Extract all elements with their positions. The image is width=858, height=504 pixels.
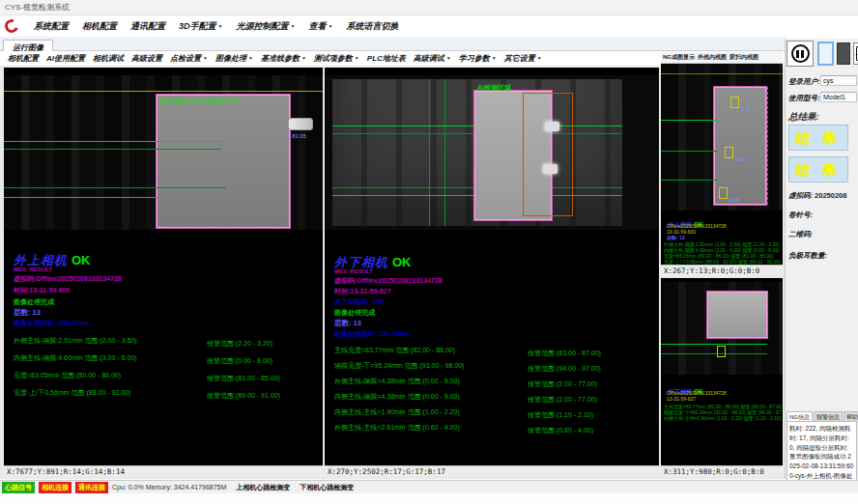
tab-ng-image[interactable]: NG成图显示 [663,53,695,62]
vcode-value: 20250208 [815,191,846,200]
tool-other-label: 其它设置 [504,54,535,63]
left-camera-image[interactable]: 固定阈值:93, 动态阈值:100 83.05 [4,75,323,230]
time-line: 13-31-59-627 [667,396,696,402]
operator-mode-button[interactable] [837,42,850,65]
defect-marker-box [730,97,739,108]
overlay-green-line [661,120,717,121]
ng-top-image[interactable]: 2.91 4.60 0.56 [661,64,783,210]
tool-learning-params[interactable]: 学习参数▼ [455,53,500,64]
result-box-upper: 结 果 [788,125,848,151]
menu-light-config[interactable]: 光源控制配置▼ [229,20,301,33]
marker-label: 4.60 [735,156,745,162]
vcode-label-text: 虚拟码: [788,191,813,200]
alarm-text: 报警范围:(2.20 - 3.20) [207,339,272,349]
menu-language-switch[interactable]: 系统语言切换 [339,20,405,33]
lower-camera-heartbeat-text: 下相机心跳检测变 [300,483,354,492]
left-camera-panel: 固定阈值:93, 动态阈值:100 83.05 外上相机OK MES_RESUL… [4,68,323,477]
ai-detect-rect [523,93,573,216]
mes-line: MES_RESULT [14,266,52,272]
tool-testitem-params[interactable]: 测试项参数▼ [310,53,363,64]
model-value[interactable]: Model1 [820,92,857,102]
toolbar: 相机配置 AI使用配置 相机调试 高级设置 点检设置▼ 图像处理▼ 基准线参数▼… [0,51,661,67]
dropdown-arrow-icon: ▼ [446,55,451,61]
exit-button[interactable]: → [853,42,858,65]
comm-connection-badge: 通讯连接 [75,482,108,493]
ng-bottom-image[interactable] [661,282,783,375]
tool-spotcheck-settings[interactable]: 点检设置▼ [166,53,212,64]
camera-name: 外下相机 [334,255,388,269]
measure-row: 外侧主线-隔膜:2.91mm 范围:(2.00 - 3.50)报警范围:(2.2… [14,332,320,350]
middle-camera-panel: AI检测区域 外下相机OK MES_RESULT 虚拟码:Offline2025… [325,68,659,477]
ok-badge: OK [392,255,412,269]
overlay-green-line [661,180,717,181]
tab-glue-residual[interactable]: 胶扫内残图 [729,53,758,62]
alarm-text: 报警范围:(89.00 - 91.00) [207,391,280,401]
ng-bottom-pixel-status: X:311;Y:980;R:0;G:0;B:0 [661,465,783,477]
mes-line: MES_RESULT [334,268,373,274]
overlay-yellow-line [4,91,323,92]
dropdown-arrow-icon: ▼ [290,23,295,29]
measure-row: 外侧主线-主线=2.61mm 范围:(0.60 - 4.00)报警范围:(0.6… [334,419,655,436]
overlay-yellow-line [661,73,783,74]
overlay-green-line [661,353,767,354]
menu-comm-config[interactable]: 通讯配置 [124,20,172,33]
camera-connection-badge: 相机连接 [39,482,72,493]
tool-other-settings[interactable]: 其它设置▼ [500,53,546,64]
dropdown-arrow-icon: ▼ [537,55,542,61]
ok-badge: OK [72,253,91,267]
tool-camera-debug[interactable]: 相机调试 [89,53,128,64]
menu-view-label: 查看 [308,21,326,31]
tool-image-processing-label: 图像处理 [215,54,246,63]
middle-camera-image[interactable]: AI检测区域 [325,75,659,230]
ai-region-label: AI检测区域 [477,83,511,93]
measure-text: 内侧主线-主线=1.90mm 范围:(1.00 - 2.20) [334,407,528,417]
menu-view[interactable]: 查看▼ [301,20,339,33]
overlay-green-line [661,344,767,345]
time-line: 时间:13-31-59-600 [14,286,70,295]
tab-outer-residual[interactable]: 外残内残图 [698,53,727,62]
tool-ai-config[interactable]: AI使用配置 [43,53,89,64]
login-user-value[interactable]: cys [820,75,857,86]
menu-bar: 系统配置 相机配置 通讯配置 3D手配置▼ 光源控制配置▼ 查看▼ 系统语言切换 [0,15,858,37]
alarm-text: 报警范围:(81.00 - 85.00) [207,374,280,383]
left-pixel-status: X:7677;Y:891;R:14;G:14;B:14 [4,465,323,477]
menu-camera-config[interactable]: 相机配置 [75,20,124,33]
dropdown-arrow-icon: ▼ [355,55,359,61]
overlay-blue-dashline [767,87,768,205]
measure-text: 主线宽度=83.77mm 范围:(82.00 - 88.00) [334,346,528,355]
tool-advanced-settings[interactable]: 高级设置 [128,53,166,64]
tool-advdebug-label: 高级调试 [414,54,444,63]
threshold-overlay-text: 固定阈值:93, 动态阈值:100 [157,96,289,107]
bright-tab-blob [543,164,558,174]
defect-marker-box [719,187,728,199]
measure-text: 宽度-上/下0.56mm 范围:(88.00 - 92.00) [14,388,207,398]
tool-advanced-debug[interactable]: 高级调试▼ [410,53,455,64]
tool-image-processing[interactable]: 图像处理▼ [212,53,257,64]
tool-baseline-params[interactable]: 基准线参数▼ [257,53,310,64]
user-mode-button[interactable] [817,42,834,66]
cell-region: 固定阈值:93, 动态阈值:100 [157,95,290,228]
menu-system-config[interactable]: 系统配置 [27,20,75,33]
model-label: 使用型号: [788,94,820,103]
vcode-label: 虚拟码: 20250208 [788,191,846,201]
overlay-green-line [4,197,226,198]
tool-testitem-label: 测试项参数 [314,54,353,63]
dropdown-arrow-icon: ▼ [328,23,332,29]
overlay-green-line [4,149,221,150]
status-bar: 心跳信号 相机连接 通讯连接 Cpu: 0.0% Memory: 3424.41… [0,480,858,493]
ng-view-bottom-panel: 外下相机OK Offline20250208133134728 13-31-59… [661,278,783,477]
menu-light-config-label: 光源控制配置 [236,21,288,31]
tool-spotcheck-label: 点检设置 [170,54,201,63]
menu-3d-config[interactable]: 3D手配置▼ [172,20,229,33]
dropdown-arrow-icon: ▼ [203,55,208,61]
tool-plc-table[interactable]: PLC地址表 [363,53,410,64]
overlay-green-vline [429,79,430,226]
pause-button[interactable] [786,41,814,67]
tool-camera-config[interactable]: 相机配置 [4,53,43,64]
control-panel: → 登录用户: cys 使用型号: Model1 总结果: 结 果 结 果 虚拟… [785,39,858,479]
elapsed-line: 图像处理耗时: 258.00ms [14,319,89,328]
measure-row: 内侧主线-主线=1.90mm (1.00 - 2.20) 报警:(1.10 - … [664,415,782,421]
bright-tab-blob [545,122,559,131]
middle-pixel-status: X:270;Y:2502;R:17;G:17;B:17 [325,465,659,477]
dropdown-arrow-icon: ▼ [492,55,497,61]
